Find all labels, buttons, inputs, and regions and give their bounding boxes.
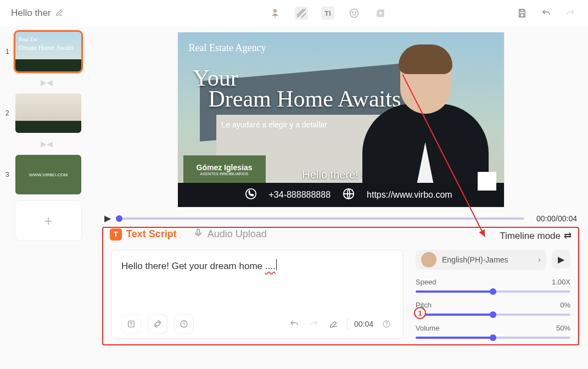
pitch-slider[interactable]: 1 [416, 314, 570, 316]
voice-selector[interactable]: English(PH)-James › [416, 250, 546, 270]
chevron-right-icon: › [538, 255, 541, 265]
swap-icon: ⇄ [564, 230, 572, 242]
callout-marker-1: 1 [414, 307, 426, 319]
script-redo-icon[interactable] [307, 317, 321, 331]
speed-label: Speed [416, 278, 436, 286]
transition-icon[interactable]: ▶◀ [5, 78, 88, 87]
svg-point-3 [355, 12, 356, 13]
clear-button[interactable] [327, 317, 340, 331]
upload-tool-icon[interactable] [374, 7, 387, 20]
svg-point-11 [156, 322, 160, 326]
url-text: https://www.virbo.com [367, 190, 452, 200]
seek-bar[interactable] [119, 217, 524, 220]
speed-slider[interactable] [416, 290, 570, 293]
volume-value: 50% [556, 324, 570, 332]
time-display: 00:00/00:04 [536, 214, 577, 223]
script-undo-icon[interactable] [288, 317, 301, 331]
svg-point-14 [387, 326, 387, 326]
svg-point-1 [350, 9, 358, 18]
insert-pause-button[interactable] [121, 314, 141, 334]
sticker-tool-icon[interactable] [348, 7, 361, 20]
top-bar: Hello ther TI [0, 0, 588, 26]
avatar-figure[interactable] [362, 38, 489, 208]
text-tool-icon[interactable]: TI [321, 7, 334, 20]
transition-icon[interactable]: ▶◀ [5, 139, 88, 148]
edit-title-icon[interactable] [55, 9, 63, 18]
slide-number: 2 [5, 109, 11, 117]
speed-value: 1.00X [552, 278, 570, 286]
script-panel: T Text Script Audio Upload Timeline mode… [102, 227, 579, 345]
volume-slider[interactable] [416, 337, 570, 339]
voice-name-label: English(PH)-James [442, 255, 533, 264]
slide-thumbnail-3[interactable]: WWW.VIRBO.COM [15, 155, 81, 194]
voice-avatar-icon [421, 252, 436, 267]
tab-audio-upload[interactable]: Audio Upload [193, 228, 267, 241]
svg-rect-4 [520, 9, 524, 12]
slide-thumbnail-1[interactable]: Real Est Dream Home Awaits [15, 32, 81, 71]
subline-text: Le ayudaré a elegir y a detallar [222, 120, 327, 129]
play-button[interactable]: ▶ [104, 213, 111, 223]
qr-code-icon [478, 172, 496, 191]
player-bar: ▶ 00:00/00:04 [93, 208, 588, 227]
svg-point-6 [245, 189, 255, 199]
globe-icon [343, 188, 355, 202]
document-title[interactable]: Hello ther [11, 8, 51, 19]
script-textarea[interactable]: Hello there! Get your dream home .... 00… [111, 250, 404, 339]
svg-point-0 [273, 9, 277, 13]
agent-card: Gómez Iglesias AGENTES INMOBILIARIOS [183, 155, 266, 183]
history-button[interactable] [174, 314, 194, 334]
background-tool-icon[interactable] [295, 7, 308, 20]
volume-label: Volume [416, 324, 439, 332]
phone-icon [245, 188, 257, 202]
contact-strip: +34-888888888 https://www.virbo.com [178, 183, 504, 207]
avatar-tool-icon[interactable] [268, 7, 282, 20]
script-duration: 00:04 [354, 320, 373, 328]
tab-text-script[interactable]: T Text Script [110, 228, 177, 241]
add-slide-button[interactable]: + [15, 201, 81, 241]
svg-rect-9 [197, 229, 199, 234]
script-content: Hello there! Get your dream home [121, 261, 265, 271]
agency-label: Real Estate Agency [189, 42, 266, 54]
undo-icon[interactable] [540, 7, 553, 20]
svg-point-2 [352, 12, 354, 13]
help-icon[interactable] [380, 317, 393, 331]
slide-panel: 1 Real Est Dream Home Awaits ▶◀ 2 ▶◀ 3 W… [0, 26, 93, 369]
phone-text: +34-888888888 [269, 190, 331, 200]
save-icon[interactable] [516, 7, 529, 20]
redo-icon[interactable] [564, 7, 577, 20]
timeline-mode-toggle[interactable]: Timeline mode ⇄ [500, 230, 572, 242]
svg-rect-5 [520, 14, 524, 17]
voice-preview-button[interactable]: ▶ [552, 250, 570, 269]
translate-button[interactable] [148, 314, 167, 334]
microphone-icon [193, 228, 203, 241]
text-script-icon: T [110, 228, 122, 241]
slide-number: 3 [5, 171, 11, 178]
preview-canvas[interactable]: Real Estate Agency Your Dream Home Await… [177, 32, 505, 208]
slide-number: 1 [5, 48, 11, 55]
slide-thumbnail-2[interactable] [15, 93, 81, 133]
pitch-value: 0% [560, 301, 570, 309]
